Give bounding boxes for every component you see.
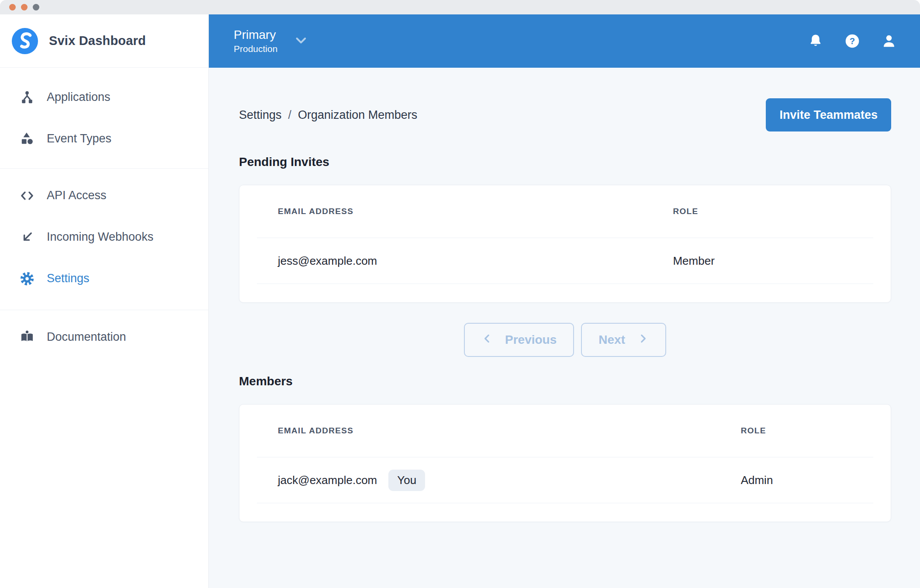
sidebar-item-documentation[interactable]: Documentation [0,316,208,358]
help-icon[interactable]: ? [844,33,861,49]
event-types-icon [20,131,35,146]
window-button-3[interactable] [33,4,39,10]
user-icon[interactable] [881,33,897,49]
breadcrumb: Settings / Organization Members [239,108,417,122]
table-header-row: EMAIL ADDRESS ROLE [257,185,873,238]
column-header-email: EMAIL ADDRESS [257,207,652,216]
sidebar-item-incoming-webhooks[interactable]: Incoming Webhooks [0,216,208,258]
app-title: Svix Dashboard [49,34,146,48]
chevron-down-icon [294,33,308,49]
environment-switcher[interactable]: Primary Production [234,28,308,54]
table-header-row: EMAIL ADDRESS ROLE [257,405,873,457]
invite-role: Member [652,254,873,268]
svg-text:?: ? [850,36,855,46]
sidebar-brand: Svix Dashboard [0,14,208,68]
sidebar-item-label: API Access [47,189,107,202]
sidebar-item-label: Settings [47,272,90,285]
invite-teammates-button[interactable]: Invite Teammates [766,98,891,131]
window-button-2[interactable] [21,4,28,10]
incoming-arrow-icon [20,230,35,245]
sidebar-item-label: Documentation [47,330,126,344]
pagination: Previous Next [239,323,891,357]
sidebar-nav: Applications Event Types [0,68,208,364]
content-area: Settings / Organization Members Invite T… [209,68,920,588]
sidebar-item-label: Event Types [47,132,111,145]
code-brackets-icon [20,188,35,203]
column-header-role: ROLE [652,207,873,216]
column-header-email: EMAIL ADDRESS [257,426,720,436]
topbar: Primary Production [209,14,920,68]
members-title: Members [239,374,891,388]
sidebar-item-api-access[interactable]: API Access [0,175,208,216]
pending-invites-table: EMAIL ADDRESS ROLE jess@example.com Memb… [239,185,891,303]
next-label: Next [598,333,625,347]
sidebar-item-applications[interactable]: Applications [0,76,208,118]
next-page-button[interactable]: Next [581,323,666,357]
app-window: Svix Dashboard Applications [0,0,920,588]
window-titlebar [0,0,920,14]
bell-icon[interactable] [807,33,824,49]
invite-email: jess@example.com [257,254,652,268]
sidebar-item-event-types[interactable]: Event Types [0,118,208,159]
book-reader-icon [20,330,35,345]
member-email: jack@example.com [278,474,377,487]
pending-invites-title: Pending Invites [239,155,891,169]
chevron-right-icon [637,333,649,347]
window-button-1[interactable] [9,4,16,10]
sidebar: Svix Dashboard Applications [0,14,209,588]
table-row: jack@example.com You Admin [257,457,873,503]
breadcrumb-current: Organization Members [298,108,417,122]
table-row: jess@example.com Member [257,238,873,284]
column-header-role: ROLE [720,426,873,436]
chevron-left-icon [481,333,493,347]
gear-icon [20,271,35,286]
members-table: EMAIL ADDRESS ROLE jack@example.com You … [239,404,891,522]
previous-page-button[interactable]: Previous [464,323,574,357]
sidebar-item-label: Applications [47,90,111,104]
breadcrumb-separator: / [288,108,292,122]
applications-icon [20,90,35,105]
member-role: Admin [720,474,873,487]
sidebar-item-settings[interactable]: Settings [0,258,208,299]
environment-sub: Production [234,43,277,54]
previous-label: Previous [505,333,557,347]
breadcrumb-settings[interactable]: Settings [239,108,282,122]
environment-name: Primary [234,28,277,42]
svix-logo-icon [12,28,38,54]
you-badge: You [388,470,425,491]
sidebar-item-label: Incoming Webhooks [47,230,153,244]
